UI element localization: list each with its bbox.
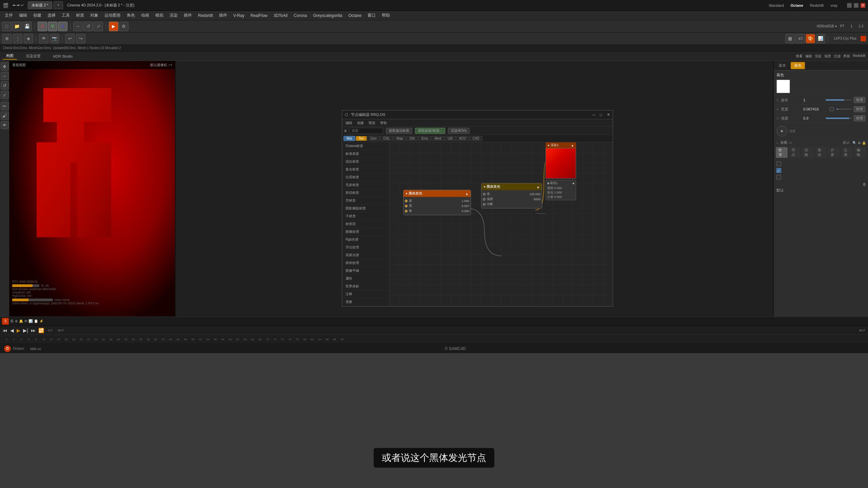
prop-str-slider[interactable]	[826, 118, 852, 119]
brush-tool[interactable]: 🖌	[1, 111, 9, 120]
si-standard[interactable]: 标准表面	[342, 150, 389, 158]
rst-emit[interactable]: 发光	[815, 147, 827, 158]
scene-tab-edit[interactable]: 编辑	[805, 54, 812, 59]
menu-material[interactable]: 材质	[73, 12, 87, 19]
menu-octane[interactable]: Octane	[346, 12, 364, 19]
si-attr[interactable]: 属性	[342, 275, 389, 283]
nav-lock-icon[interactable]: 🔒	[862, 141, 866, 145]
save-btn[interactable]: 💾	[22, 22, 32, 31]
add-icon[interactable]: ⊕	[15, 319, 18, 323]
menu-create[interactable]: 创建	[31, 12, 44, 19]
prop-str-value[interactable]: 0.9	[803, 116, 824, 120]
nw-menu-help[interactable]: 帮助	[378, 120, 389, 126]
preview-node[interactable]: ● 渲染1 ▲ 着色1 ■	[546, 142, 576, 200]
rst-diffuse[interactable]: 纹理	[776, 147, 788, 158]
menu-mograph[interactable]: 运动图形	[102, 12, 123, 19]
render-aov-btn[interactable]: 渲染AOVs	[448, 128, 470, 134]
move-tool[interactable]: ↔	[1, 72, 9, 80]
timeline-end-btn[interactable]: ⏭	[31, 328, 36, 333]
axis-z-btn[interactable]: Z	[58, 22, 67, 31]
menu-select[interactable]: 选择	[45, 12, 58, 19]
timeline-next-btn[interactable]: ▶|	[23, 328, 28, 333]
bell-icon[interactable]: 🔔	[19, 319, 23, 323]
nav-back-icon[interactable]: ←	[776, 141, 779, 145]
compositor-btn[interactable]: 📊	[816, 34, 825, 43]
render-tab-compose[interactable]: 构图	[3, 53, 17, 60]
pen-tool[interactable]: ✏	[1, 102, 9, 110]
menu-file[interactable]: 文件	[2, 12, 16, 19]
lightning-icon[interactable]: ⚡	[39, 319, 43, 323]
viewport-camera[interactable]: 默认摄像机 ○+	[150, 63, 172, 67]
menu-corona[interactable]: Corona	[291, 12, 310, 19]
nav-octane[interactable]: Octane	[791, 3, 803, 7]
si-rgb[interactable]: Rgb光谱	[342, 236, 389, 244]
nw-tab-aov[interactable]: AOV	[456, 136, 469, 141]
menu-redshift[interactable]: Redshift	[195, 12, 216, 19]
menu-vray[interactable]: V-Ray	[231, 12, 247, 19]
nw-tab-c4d[interactable]: C4D	[470, 136, 482, 141]
si-layer[interactable]: 分层材质	[342, 174, 389, 181]
menu-tools[interactable]: 工具	[59, 12, 73, 19]
prop-width-input[interactable]	[830, 107, 834, 111]
menu-greyscale[interactable]: Greyscalegorilla	[310, 12, 345, 19]
menu-plugin[interactable]: 插件	[181, 12, 195, 19]
checkbox-1[interactable]	[776, 161, 781, 166]
timeline-loop-btn[interactable]: 🔁	[38, 328, 44, 333]
open-btn[interactable]: 📁	[12, 22, 22, 31]
prop-str-btn[interactable]: 纹理	[854, 115, 865, 121]
nw-tab-oth[interactable]: Oth	[407, 136, 418, 141]
rst-common[interactable]: 公用	[841, 147, 853, 158]
nw-search-input[interactable]	[349, 128, 383, 134]
wireframe-btn[interactable]: ◈	[24, 34, 33, 43]
maximize-button[interactable]: □	[854, 3, 859, 8]
rst-edit[interactable]: 编辑	[854, 147, 866, 158]
right-tab-shading[interactable]: 着色	[791, 62, 805, 69]
nw-tab-osl[interactable]: OSL	[380, 136, 393, 141]
timeline-start-btn[interactable]: ⏮	[3, 328, 7, 333]
si-img-tex[interactable]: 图像纹理	[342, 228, 389, 236]
nav-vray[interactable]: vray	[830, 3, 837, 7]
menu-character[interactable]: 角色	[124, 12, 138, 19]
material-btn[interactable]: 🎨	[806, 34, 815, 43]
checkbox-2-checked[interactable]: ✓	[776, 168, 781, 173]
scene-tab-redshift[interactable]: Redshift	[853, 54, 865, 59]
prop-width-slider[interactable]	[836, 108, 852, 110]
nw-tab-tex[interactable]: Tex	[356, 136, 367, 141]
nav-search-icon[interactable]: 🔍	[852, 141, 856, 145]
note-icon[interactable]: 📋	[34, 319, 38, 323]
scene-tab-interface[interactable]: 界面	[843, 54, 850, 59]
menu-window[interactable]: 窗口	[365, 12, 378, 19]
menu-animate[interactable]: 动画	[138, 12, 152, 19]
si-mat-layer[interactable]: 材质层	[342, 220, 389, 228]
prop-width-btn[interactable]: 纹理	[854, 106, 865, 112]
rst-medium[interactable]: 介质	[828, 147, 840, 158]
si-mix[interactable]: 混合材质	[342, 158, 389, 166]
minimize-button[interactable]: −	[847, 3, 852, 8]
menu-simulate[interactable]: 模拟	[153, 12, 166, 19]
prop-width-value[interactable]: 0.067416	[803, 107, 827, 111]
si-cut[interactable]: 剪切材质	[342, 189, 389, 197]
tag-btn[interactable]: 🏷	[795, 34, 805, 43]
rst-normal[interactable]: 法线	[802, 147, 814, 158]
render-tab-hdr[interactable]: HDR Studio	[50, 54, 76, 59]
redo-btn[interactable]: ↪	[76, 34, 85, 43]
node-blackbody[interactable]: ● 黑体发光 ▲ 波 1.000 宽	[403, 190, 471, 215]
undo-btn[interactable]: ↩	[65, 34, 75, 43]
si-hair[interactable]: 毛发材质	[342, 181, 389, 189]
grid-btn[interactable]: ⋮	[13, 34, 22, 43]
render-settings-btn[interactable]: ⚙	[119, 22, 129, 31]
chart-icon[interactable]: 📊	[28, 319, 33, 323]
nav-standard[interactable]: Standard	[769, 3, 784, 7]
si-transform[interactable]: 变换	[342, 298, 389, 306]
prop-wave-slider[interactable]	[826, 99, 852, 101]
right-tab-basic[interactable]: 基本	[775, 62, 789, 69]
timeline-play-btn[interactable]: ▶	[17, 328, 20, 333]
si-gaussian[interactable]: 高斯光谱	[342, 251, 389, 259]
menu-edit[interactable]: 编辑	[16, 12, 30, 19]
menu-help[interactable]: 帮助	[379, 12, 393, 19]
nw-close-btn[interactable]: ✕	[607, 113, 610, 117]
timeline-prev-btn[interactable]: ◀	[10, 328, 14, 333]
scene-tab-render[interactable]: 渲染	[815, 54, 822, 59]
nw-max-btn[interactable]: □	[600, 113, 602, 117]
scale-btn[interactable]: ⤢	[94, 22, 103, 31]
